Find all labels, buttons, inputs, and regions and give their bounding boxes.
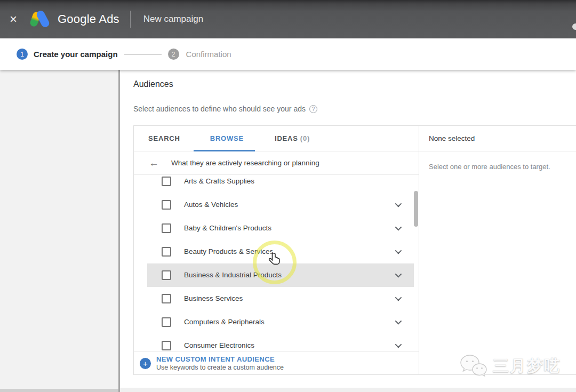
active-tab-underline <box>194 150 255 151</box>
list-item-label: Business & Industrial Products <box>184 271 282 279</box>
list-item-label: Autos & Vehicles <box>184 201 238 209</box>
campaign-stepper: 1 Create your campaign 2 Confirmation <box>0 38 576 70</box>
tab-ideas[interactable]: IDEAS(0) <box>275 134 310 142</box>
list-item[interactable]: Computers & Peripherals <box>147 310 414 334</box>
left-sidebar <box>0 70 118 392</box>
tab-ideas-count: (0) <box>300 134 310 142</box>
chevron-down-icon[interactable] <box>395 201 402 207</box>
chevron-down-icon[interactable] <box>395 341 402 348</box>
watermark-text: 三月梦呓 <box>493 355 561 377</box>
bottom-strip-right <box>120 388 576 392</box>
footer-action-label: NEW CUSTOM INTENT AUDIENCE <box>156 355 284 363</box>
list-item-label: Arts & Crafts Supplies <box>184 177 254 185</box>
selection-header-row: None selected <box>419 126 576 151</box>
selection-summary-column: None selected Select one or more audienc… <box>419 126 576 374</box>
tab-ideas-label: IDEAS <box>275 134 298 142</box>
new-custom-intent-audience-button[interactable]: + NEW CUSTOM INTENT AUDIENCE Use keyword… <box>134 351 419 374</box>
chevron-down-icon[interactable] <box>395 271 402 278</box>
chevron-down-icon[interactable] <box>395 294 402 301</box>
plus-icon: + <box>140 358 151 369</box>
checkbox[interactable] <box>162 200 171 210</box>
step-connector-line <box>124 54 162 55</box>
browse-breadcrumb: ← What they are actively researching or … <box>134 151 419 175</box>
footer-action-sublabel: Use keywords to create a custom audience <box>156 364 284 371</box>
list-scrollbar-thumb[interactable] <box>414 191 418 227</box>
google-ads-logo-icon <box>29 9 51 30</box>
audiences-panel: SEARCH BROWSE IDEAS(0) ← What they are a… <box>133 125 576 375</box>
back-arrow-icon[interactable]: ← <box>149 158 159 168</box>
list-item[interactable]: Business Services <box>147 287 414 310</box>
checkbox[interactable] <box>162 223 171 233</box>
bottom-strip-left <box>0 389 118 392</box>
checkbox[interactable] <box>162 270 171 280</box>
app-window: × Google Ads New campaign 1 Create your … <box>0 0 576 392</box>
list-item-label: Baby & Children's Products <box>184 224 271 232</box>
section-subtitle-text: Select audiences to define who should se… <box>133 105 306 113</box>
list-item[interactable]: Autos & Vehicles <box>147 193 414 217</box>
section-subtitle: Select audiences to define who should se… <box>133 105 317 113</box>
list-item-label: Computers & Peripherals <box>184 318 265 326</box>
checkbox[interactable] <box>162 341 171 350</box>
step-1-label: Create your campaign <box>34 50 118 59</box>
list-item[interactable]: Baby & Children's Products <box>147 217 414 240</box>
selection-empty-message: Select one or more audiences to target. <box>429 163 576 171</box>
breadcrumb-label: What they are actively researching or pl… <box>171 159 319 167</box>
list-item-label: Beauty Products & Services <box>184 247 273 255</box>
help-icon[interactable]: ? <box>309 105 317 113</box>
checkbox[interactable] <box>162 294 171 303</box>
chevron-down-icon[interactable] <box>395 318 402 325</box>
chat-bubbles-icon <box>459 354 487 378</box>
list-item-label: Business Services <box>184 294 243 302</box>
chevron-down-icon[interactable] <box>395 247 402 254</box>
list-item[interactable]: Consumer Electronics <box>147 334 414 351</box>
main-content: Audiences Select audiences to define who… <box>120 70 576 392</box>
channel-watermark: 三月梦呓 <box>459 354 561 378</box>
brand-name: Google Ads <box>58 12 119 26</box>
topbar-divider <box>130 11 131 28</box>
audience-browser-column: SEARCH BROWSE IDEAS(0) ← What they are a… <box>134 126 419 374</box>
checkbox[interactable] <box>162 247 171 257</box>
hand-cursor-icon <box>267 252 283 268</box>
step-2-circle: 2 <box>168 49 179 60</box>
tab-search[interactable]: SEARCH <box>148 134 180 142</box>
list-item[interactable]: Arts & Crafts Supplies <box>147 175 414 193</box>
step-1-circle: 1 <box>17 49 28 60</box>
list-item-label: Consumer Electronics <box>184 341 254 349</box>
top-app-bar: × Google Ads New campaign <box>0 0 576 38</box>
selection-header: None selected <box>429 134 475 142</box>
step-2-label: Confirmation <box>186 50 231 59</box>
checkbox[interactable] <box>162 177 171 186</box>
checkbox[interactable] <box>162 317 171 327</box>
page-title: New campaign <box>143 14 203 25</box>
tab-browse[interactable]: BROWSE <box>210 134 244 142</box>
account-avatar-partial-icon[interactable] <box>572 23 576 30</box>
audience-tabs: SEARCH BROWSE IDEAS(0) <box>134 126 419 151</box>
close-icon[interactable]: × <box>10 13 17 26</box>
section-title: Audiences <box>133 79 173 89</box>
chevron-down-icon[interactable] <box>395 224 402 231</box>
